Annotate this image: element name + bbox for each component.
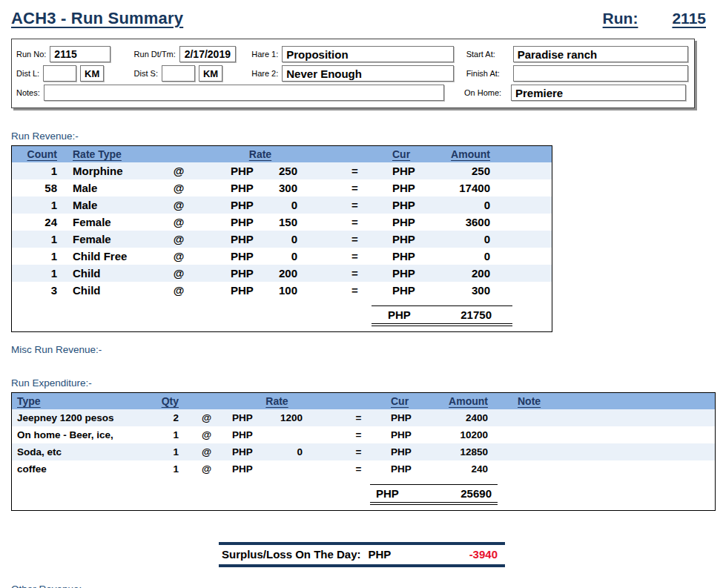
hare2-label: Hare 2: xyxy=(251,69,278,78)
start-at-label: Start At: xyxy=(466,50,509,59)
expenditure-header-type: Type xyxy=(12,395,156,407)
cur-cell: PHP xyxy=(372,284,427,297)
run-info-panel: Run No: 2115 Run Dt/Tm: 2/17/2019 Hare 1… xyxy=(11,39,695,108)
revenue-table: Count Rate Type Rate Cur Amount 1 Morphi… xyxy=(11,145,552,332)
cur-cell: PHP xyxy=(386,412,438,423)
revenue-row: 1 Female @ PHP 0 = PHP 0 xyxy=(12,231,552,248)
expenditure-total-row: PHP 25690 xyxy=(370,484,498,505)
run-label: Run: xyxy=(603,10,638,27)
amount-cell: 10200 xyxy=(438,429,516,440)
equals-cell: = xyxy=(331,429,386,440)
revenue-table-header: Count Rate Type Rate Cur Amount xyxy=(12,146,552,162)
revenue-row: 1 Child Free @ PHP 0 = PHP 0 xyxy=(12,248,552,265)
revenue-header-rate-type: Rate Type xyxy=(60,148,145,160)
amount-cell: 12850 xyxy=(438,446,516,457)
run-revenue-section-label: Run Revenue:- xyxy=(11,131,712,142)
notes-label: Notes: xyxy=(16,88,40,97)
on-home-label: On Home: xyxy=(464,88,507,97)
cur-cell: PHP xyxy=(223,429,268,440)
equals-cell: = xyxy=(331,446,386,457)
notes-field[interactable] xyxy=(44,85,444,101)
hare2-field[interactable]: Never Enough xyxy=(282,65,454,82)
cur-cell: PHP xyxy=(372,267,427,280)
expenditure-total-amount: 25690 xyxy=(460,487,492,500)
run-date-label: Run Dt/Tm: xyxy=(134,50,176,59)
rate-cell: 0 xyxy=(268,250,308,262)
cur-cell: PHP xyxy=(212,216,268,228)
revenue-row: 58 Male @ PHP 300 = PHP 17400 xyxy=(12,179,552,196)
rate-type-cell: Female xyxy=(60,233,145,245)
cur-cell: PHP xyxy=(223,446,268,457)
rate-cell: 100 xyxy=(268,284,308,297)
rate-cell: 1200 xyxy=(268,412,331,423)
rate-cell: 250 xyxy=(268,165,308,177)
expenditure-row: coffee 1 @ PHP = PHP 240 xyxy=(12,460,715,478)
equals-cell: = xyxy=(331,463,386,475)
dist-s-unit: KM xyxy=(199,65,222,82)
qty-cell: 2 xyxy=(156,412,190,423)
rate-cell: 200 xyxy=(268,267,308,280)
cur-cell: PHP xyxy=(372,250,427,262)
at-cell: @ xyxy=(145,233,212,245)
at-cell: @ xyxy=(145,250,212,262)
at-cell: @ xyxy=(145,182,212,194)
dist-s-field[interactable] xyxy=(162,65,195,82)
expenditure-row: Jeepney 1200 pesos 2 @ PHP 1200 = PHP 24… xyxy=(12,409,715,426)
equals-cell: = xyxy=(308,216,372,228)
notes-group: Notes: xyxy=(16,85,444,101)
run-no-field[interactable]: 2115 xyxy=(50,46,110,62)
run-number: 2115 xyxy=(672,10,706,27)
amount-cell: 240 xyxy=(438,463,516,475)
dist-l-field[interactable] xyxy=(43,65,76,82)
equals-cell: = xyxy=(331,412,386,423)
cur-cell: PHP xyxy=(212,284,268,297)
rate-type-cell: Male xyxy=(60,182,145,194)
rate-cell: 0 xyxy=(268,199,308,211)
cur-cell: PHP xyxy=(212,250,268,262)
amount-cell: 3600 xyxy=(427,216,512,228)
cur-cell: PHP xyxy=(372,233,427,245)
revenue-row: 1 Male @ PHP 0 = PHP 0 xyxy=(12,196,552,214)
equals-cell: = xyxy=(308,250,372,262)
cur-cell: PHP xyxy=(372,199,427,211)
at-cell: @ xyxy=(145,216,212,228)
revenue-total-row: PHP 21750 xyxy=(372,305,512,326)
expenditure-header-amount: Amount xyxy=(438,395,516,407)
type-cell: Soda, etc xyxy=(12,446,156,457)
title-bar: ACH3 - Run Summary Run: 2115 xyxy=(11,9,712,28)
hare1-field[interactable]: Proposition xyxy=(282,46,454,62)
misc-revenue-section-label: Misc Run Revenue:- xyxy=(11,344,712,355)
revenue-header-rate: Rate xyxy=(212,148,308,160)
amount-cell: 2400 xyxy=(438,412,516,423)
qty-cell: 1 xyxy=(156,446,190,457)
expenditure-row: Soda, etc 1 @ PHP 0 = PHP 12850 xyxy=(12,443,715,460)
cur-cell: PHP xyxy=(212,199,268,211)
qty-cell: 1 xyxy=(156,429,190,440)
rate-type-cell: Morphine xyxy=(60,165,145,177)
cur-cell: PHP xyxy=(372,182,427,194)
equals-cell: = xyxy=(308,165,372,177)
revenue-row: 3 Child @ PHP 100 = PHP 300 xyxy=(12,282,552,299)
at-cell: @ xyxy=(190,429,223,440)
qty-cell: 1 xyxy=(156,463,190,475)
dist-l-unit: KM xyxy=(80,65,104,82)
on-home-field[interactable]: Premiere xyxy=(511,85,686,101)
type-cell: Jeepney 1200 pesos xyxy=(12,412,156,423)
expenditure-table: Type Qty Rate Cur Amount Note Jeepney 12… xyxy=(11,392,716,511)
run-date-field[interactable]: 2/17/2019 xyxy=(179,46,236,62)
rate-cell: 0 xyxy=(268,233,308,245)
at-cell: @ xyxy=(190,446,223,457)
cur-cell: PHP xyxy=(212,165,268,177)
amount-cell: 0 xyxy=(427,250,512,262)
rate-cell: 300 xyxy=(268,182,308,194)
rate-cell: 0 xyxy=(268,446,331,457)
run-info-row-2: Dist L: KM Dist S: KM Hare 2: Never Enou… xyxy=(16,65,688,82)
count-cell: 1 xyxy=(12,199,60,211)
amount-cell: 200 xyxy=(427,267,512,280)
cur-cell: PHP xyxy=(212,233,268,245)
run-indicator: Run: 2115 xyxy=(603,10,712,27)
cur-cell: PHP xyxy=(372,216,427,228)
type-cell: On home - Beer, ice, xyxy=(12,429,156,440)
finish-at-field[interactable] xyxy=(513,65,688,82)
start-at-field[interactable]: Paradise ranch xyxy=(513,46,688,62)
